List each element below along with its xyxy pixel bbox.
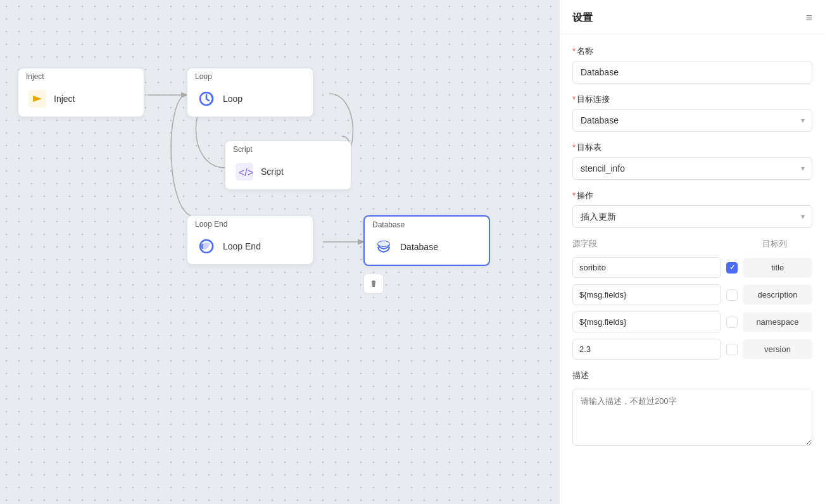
field-row-3: version (572, 339, 812, 360)
source-field-1[interactable] (572, 284, 721, 305)
required-star-op: * (572, 191, 576, 200)
source-field-2[interactable] (572, 312, 721, 332)
inject-node-label: Inject (54, 94, 75, 104)
field-checkbox-0[interactable] (726, 262, 738, 274)
script-node-header: Script (225, 141, 351, 156)
operation-label: *操作 (572, 190, 812, 201)
loop-node[interactable]: Loop Loop (187, 68, 313, 117)
source-col-label: 源字段 (572, 238, 736, 249)
database-node-label: Database (400, 242, 438, 252)
inject-node[interactable]: Inject Inject (18, 68, 144, 117)
target-conn-group: *目标连接 Database ▾ (572, 94, 812, 132)
loop-end-node-header: Loop End (187, 216, 313, 231)
inject-node-header: Inject (18, 68, 144, 84)
target-field-0: title (743, 258, 812, 277)
database-icon (374, 237, 394, 257)
loop-end-node-label: Loop End (223, 241, 261, 251)
inject-icon (27, 89, 47, 109)
field-checkbox-2[interactable] (726, 317, 738, 328)
desc-group: 描述 (572, 370, 812, 446)
target-col-label: 目标列 (736, 238, 812, 249)
field-row-0: title (572, 257, 812, 278)
settings-panel: 设置 ≡ *名称 *目标连接 Database ▾ *目标表 (559, 0, 825, 504)
script-icon: </> (234, 161, 255, 182)
panel-header: 设置 ≡ (560, 0, 825, 34)
field-mapping-header: 源字段 目标列 (572, 238, 812, 251)
loop-icon (196, 89, 217, 109)
target-field-3: version (743, 339, 812, 359)
svg-point-9 (378, 241, 389, 246)
canvas[interactable]: Inject Inject Loop Loop (0, 0, 559, 504)
panel-title: 设置 (572, 11, 593, 25)
field-checkbox-3[interactable] (726, 344, 738, 355)
required-star-table: * (572, 142, 576, 152)
desc-textarea[interactable] (572, 389, 812, 446)
target-field-1: description (743, 285, 812, 305)
loop-node-label: Loop (223, 94, 242, 104)
menu-icon[interactable]: ≡ (805, 11, 812, 25)
target-conn-select[interactable]: Database (572, 109, 812, 132)
field-row-1: description (572, 284, 812, 305)
svg-text:</>: </> (239, 167, 253, 178)
delete-button[interactable] (363, 274, 384, 294)
target-table-select-wrapper: stencil_info ▾ (572, 157, 812, 180)
target-field-2: namespace (743, 312, 812, 332)
script-node[interactable]: Script </> Script (225, 141, 351, 190)
target-table-label: *目标表 (572, 142, 812, 153)
field-mapping: 源字段 目标列 title description namespace (572, 238, 812, 360)
required-star-name: * (572, 46, 576, 56)
source-field-0[interactable] (572, 257, 721, 278)
database-node-header: Database (365, 217, 489, 232)
desc-label: 描述 (572, 370, 812, 381)
operation-select[interactable]: 插入更新 (572, 205, 812, 228)
name-label: *名称 (572, 46, 812, 57)
script-node-label: Script (261, 167, 284, 177)
target-conn-label: *目标连接 (572, 94, 812, 105)
operation-group: *操作 插入更新 ▾ (572, 190, 812, 228)
name-input[interactable] (572, 61, 812, 84)
source-field-3[interactable] (572, 339, 721, 360)
loop-node-header: Loop (187, 68, 313, 84)
loop-end-icon (196, 236, 217, 256)
target-conn-select-wrapper: Database ▾ (572, 109, 812, 132)
field-row-2: namespace (572, 312, 812, 332)
field-checkbox-1[interactable] (726, 289, 738, 301)
target-table-select[interactable]: stencil_info (572, 157, 812, 180)
loop-end-node[interactable]: Loop End Loop End (187, 215, 313, 265)
operation-select-wrapper: 插入更新 ▾ (572, 205, 812, 228)
panel-body: *名称 *目标连接 Database ▾ *目标表 stencil_ (560, 34, 825, 457)
target-table-group: *目标表 stencil_info ▾ (572, 142, 812, 180)
required-star-conn: * (572, 94, 576, 104)
name-group: *名称 (572, 46, 812, 84)
database-node[interactable]: Database Database (363, 215, 490, 266)
